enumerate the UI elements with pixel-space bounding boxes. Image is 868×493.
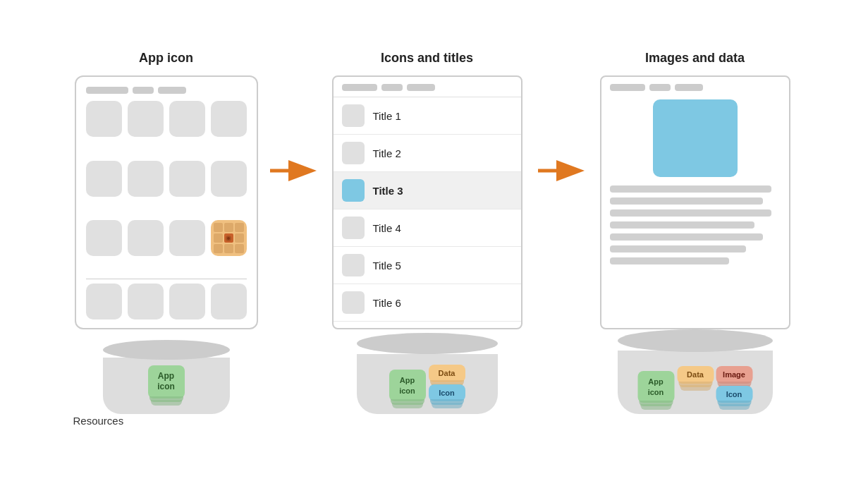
top-bar-3 [158,87,186,94]
list-bar-2 [381,84,403,91]
app-icon-9 [86,220,122,256]
list-item-4: Title 4 [334,209,521,247]
list-label-1: Title 1 [373,110,401,122]
detail-text-lines [610,185,781,264]
list-icon-6 [342,291,365,314]
detail-line-4 [610,221,755,229]
card-image-3: Image [716,366,752,383]
mini-8 [224,244,233,253]
arrow1-container [265,160,322,181]
center-icon [225,235,232,242]
arrow1-svg [269,160,318,181]
list-icon-5 [342,254,365,276]
card-data-3: Data [677,366,714,383]
bucket1-area: Appicon Resources [68,322,265,414]
highlighted-inner [211,220,247,256]
bucket2-cards: Appicon Data Icon [389,365,465,401]
list-icon-3-blue [342,179,365,202]
list-label-2: Title 2 [373,147,401,159]
card-app-icon-3: Appicon [637,371,674,403]
list-icon-1 [342,104,365,127]
card-data-2: Data [429,365,465,382]
col3-title: Images and data [645,51,745,66]
dock-icon-1 [86,284,122,319]
col-images-data: Images and data [589,51,801,414]
app-icon-10 [128,220,164,256]
detail-image [653,99,738,177]
list-label-5: Title 5 [373,260,401,272]
app-icon-8 [211,161,247,197]
bucket1-card-app: Appicon [148,365,185,398]
app-grid [86,101,247,274]
app-icon-5 [86,161,122,197]
arrow2-svg [537,160,586,181]
app-icon-11 [169,220,205,256]
app-icon-1 [86,101,122,137]
list-top-bar [334,77,521,97]
list-icon-2 [342,142,365,164]
app-icon-6 [128,161,164,197]
phone-top-bar [86,87,247,94]
mini-center [224,233,233,243]
detail-bar-3 [675,84,703,91]
dock-icon-4 [211,284,247,319]
col-app-icon: App icon [68,51,265,414]
cyl-rim-2 [357,333,498,354]
card-app-icon-1: Appicon [148,365,185,398]
app-icon-2 [128,101,164,137]
bucket2-right-cards: Data Icon [429,365,465,401]
bucket3-cards: Appicon Data Image Icon [637,366,752,403]
cyl-rim-1 [103,340,230,360]
mini-1 [214,223,223,232]
list-label-3: Title 3 [373,185,403,197]
mini-7 [214,244,223,253]
detail-line-1 [610,185,772,193]
detail-line-5 [610,233,764,241]
list-bar-1 [342,84,377,91]
app-icon-7 [169,161,205,197]
detail-line-7 [610,257,729,264]
list-item-6: Title 6 [334,284,521,322]
cylinder-1: Appicon [103,340,230,414]
card-app-icon-2: Appicon [389,370,426,401]
mini-4 [214,233,223,243]
col2-title: Icons and titles [381,51,473,66]
resources-label: Resources [73,415,124,427]
list-item-3[interactable]: Title 3 [334,172,521,209]
card-icon-2: Icon [429,384,465,401]
mini-6 [235,233,244,243]
mini-2 [224,223,233,232]
detail-line-2 [610,197,764,205]
app-icon-3 [169,101,205,137]
detail-line-3 [610,209,772,217]
list-bar-3 [407,84,435,91]
arrow2-container [533,160,589,181]
list-item-2: Title 2 [334,135,521,172]
cyl-rim-3 [618,329,773,352]
bucket2-area: Appicon Data Icon [322,322,533,414]
app-icon-4 [211,101,247,137]
list-mockup: Title 1 Title 2 Title 3 Title 4 Title 5 … [332,75,522,329]
mini-3 [235,223,244,232]
diagram-container: App icon [0,37,868,456]
svg-point-1 [227,237,230,240]
bucket3-right-cards: Data Image Icon [677,366,752,403]
list-item-1: Title 1 [334,97,521,135]
bucket3-area: Appicon Data Image Icon [589,322,801,414]
detail-mockup [600,75,790,329]
top-bar-2 [133,87,154,94]
list-item-5: Title 5 [334,247,521,284]
phone-dock [86,279,247,322]
list-label-6: Title 6 [373,297,401,309]
cylinder-2: Appicon Data Icon [357,333,498,414]
detail-bar-1 [610,84,645,91]
list-icon-4 [342,217,365,239]
cylinder-3: Appicon Data Image Icon [618,329,773,414]
detail-bar-2 [649,84,671,91]
top-bar-1 [86,87,128,94]
mini-9 [235,244,244,253]
col-icons-titles: Icons and titles Title 1 Title 2 Title 3 [322,51,533,414]
dock-icon-3 [169,284,205,319]
detail-top-bar [610,84,781,91]
list-label-4: Title 4 [373,222,401,234]
